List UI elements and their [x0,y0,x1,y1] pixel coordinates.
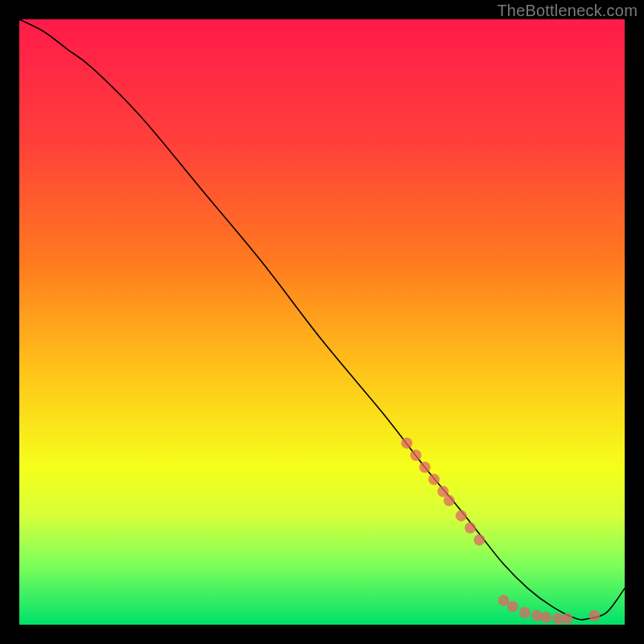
marker-dot [401,437,412,448]
chart-svg [19,19,625,625]
marker-dot [464,522,476,534]
marker-dot [588,610,600,621]
marker-dot [562,613,573,624]
watermark-text: TheBottleneck.com [497,2,638,20]
marker-dot [474,535,485,546]
marker-dot [507,601,518,612]
marker-dot [540,612,551,623]
marker-group [401,437,600,624]
marker-dot [428,474,440,485]
plot-area [19,19,625,625]
marker-dot [419,461,431,473]
chart-stage: TheBottleneck.com [0,0,644,644]
marker-dot [519,607,530,618]
marker-dot [411,449,422,460]
bottleneck-curve-path [19,19,625,620]
marker-dot [456,510,467,522]
marker-dot [444,495,455,506]
